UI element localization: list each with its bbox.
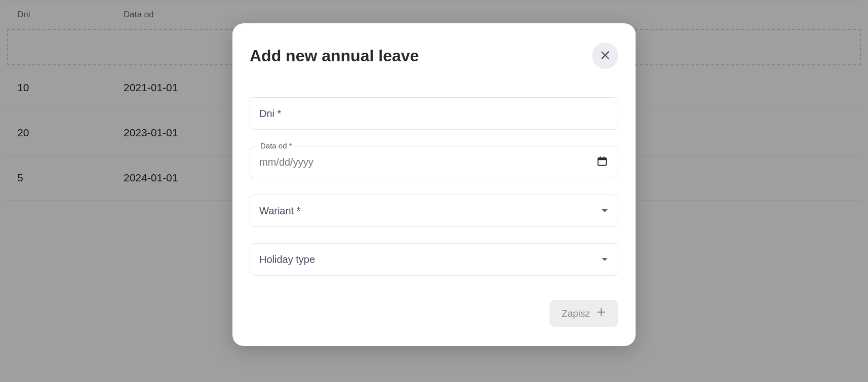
- holiday-type-label: Holiday type: [259, 254, 315, 265]
- save-button[interactable]: Zapisz: [549, 300, 618, 327]
- form-fields: Dni * Data od * Wariant *: [250, 97, 618, 276]
- chevron-down-icon: [602, 258, 608, 261]
- modal-footer: Zapisz: [250, 300, 618, 327]
- days-field-wrap: Dni *: [250, 97, 618, 130]
- close-icon: [600, 50, 611, 62]
- svg-rect-3: [598, 158, 607, 161]
- chevron-down-icon: [602, 209, 608, 212]
- holiday-type-select[interactable]: Holiday type: [250, 243, 618, 276]
- calendar-icon: [597, 156, 608, 169]
- date-input[interactable]: Data od *: [250, 146, 618, 178]
- days-label: Dni *: [259, 108, 281, 120]
- variant-select[interactable]: Wariant *: [250, 195, 618, 227]
- modal-header: Add new annual leave: [250, 43, 618, 69]
- date-label: Data od *: [259, 141, 293, 150]
- variant-label: Wariant *: [259, 205, 301, 217]
- modal-title: Add new annual leave: [250, 47, 419, 65]
- variant-field-wrap: Wariant *: [250, 195, 618, 227]
- plus-icon: [596, 307, 606, 320]
- save-button-label: Zapisz: [562, 308, 590, 319]
- days-input[interactable]: Dni *: [250, 97, 618, 130]
- close-button[interactable]: [592, 43, 618, 69]
- date-field-wrap: Data od *: [250, 146, 618, 178]
- date-field[interactable]: [259, 157, 597, 168]
- holiday-type-field-wrap: Holiday type: [250, 243, 618, 276]
- add-annual-leave-modal: Add new annual leave Dni * Data od *: [232, 23, 636, 346]
